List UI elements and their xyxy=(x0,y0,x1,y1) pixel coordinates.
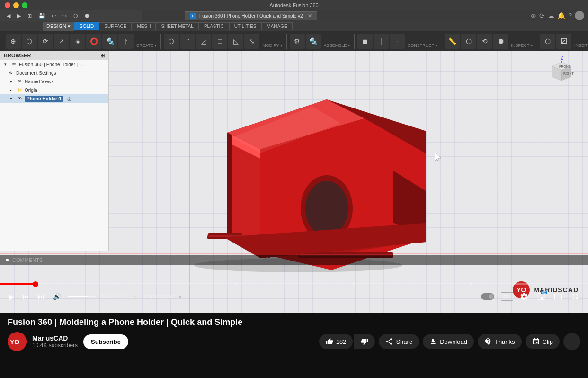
document-tab[interactable]: F Fusion 360 | Phone Holder | Quick and … xyxy=(185,11,317,20)
menu-item-extra1[interactable]: ⬡ xyxy=(71,12,81,20)
share-button[interactable]: Share xyxy=(379,334,419,349)
tool-create-more[interactable]: ↑ xyxy=(118,34,134,49)
browser-icon-settings: ⚙ xyxy=(8,70,14,76)
tool-draft[interactable]: ◺ xyxy=(228,34,243,49)
fullscreen-button[interactable] xyxy=(569,290,581,303)
browser-icon-eye[interactable]: 👁 xyxy=(10,61,17,68)
tool-hole[interactable]: ⭕ xyxy=(86,34,101,49)
autoplay-toggle[interactable] xyxy=(479,291,496,302)
tab-utilities[interactable]: UTILITIES xyxy=(229,22,262,30)
theater-button[interactable] xyxy=(552,290,564,303)
menu-item-undo[interactable]: ↩ xyxy=(49,12,59,20)
tool-joint[interactable]: ⚙ xyxy=(290,34,305,49)
tab-manage[interactable]: MANAGE xyxy=(261,22,292,30)
toolbar-icon-help[interactable]: ? xyxy=(568,12,572,19)
tool-extrude[interactable]: ⬡ xyxy=(22,34,37,49)
browser-item-origin-label: Origin xyxy=(25,88,37,93)
tool-new-component[interactable]: ⊕ xyxy=(6,34,21,49)
chapter-arrow: ▸ xyxy=(179,293,182,300)
tool-inspect-more[interactable]: ⬡ xyxy=(461,34,476,49)
tool-insert-decal[interactable]: 🖼 xyxy=(556,34,571,49)
browser-icon-views-eye[interactable]: 👁 xyxy=(16,78,23,85)
volume-slider[interactable] xyxy=(68,296,96,297)
full-toolbar: DESIGN ▾ SOLID SURFACE MESH SHEET METAL … xyxy=(0,21,588,51)
tab-mesh[interactable]: MESH xyxy=(132,22,156,30)
browser-icon-ph-toggle[interactable]: ▾ xyxy=(8,95,14,102)
user-avatar[interactable] xyxy=(575,11,584,20)
tool-press-pull[interactable]: ⬡ xyxy=(164,34,179,49)
tab-solid[interactable]: SOLID xyxy=(74,22,99,30)
browser-collapse[interactable]: ⊞ xyxy=(100,53,105,59)
menu-item-save[interactable]: 💾 xyxy=(36,12,48,20)
menu-item-back[interactable]: ◀ xyxy=(4,12,13,20)
browser-icon-origin-toggle[interactable]: ▸ xyxy=(8,87,14,93)
play-button[interactable]: ▶ xyxy=(7,290,16,303)
channel-name[interactable]: MariusCAD xyxy=(32,334,78,342)
browser-icon-views-toggle[interactable]: ▸ xyxy=(8,78,14,85)
browser-item-views[interactable]: ▸ 👁 Named Views xyxy=(0,77,108,86)
tool-point[interactable]: · xyxy=(390,34,405,49)
like-button[interactable]: 182 xyxy=(319,334,353,349)
tool-curvature[interactable]: ⟲ xyxy=(477,34,492,49)
volume-button[interactable]: 🔊 xyxy=(51,291,63,302)
tool-measure[interactable]: 📏 xyxy=(445,34,460,49)
clip-button[interactable]: Clip xyxy=(526,334,560,349)
window-controls[interactable] xyxy=(5,2,27,8)
tool-scale[interactable]: ⤡ xyxy=(244,34,259,49)
browser-panel: BROWSER ⊞ ▾ 👁 Fusion 360 | Phone Holder … xyxy=(0,51,109,251)
toolbar-icon-add[interactable]: ⊕ xyxy=(531,12,536,19)
download-button[interactable]: Download xyxy=(423,334,474,349)
menu-item-redo[interactable]: ↪ xyxy=(60,12,70,20)
tab-sheet-metal[interactable]: SHEET METAL xyxy=(156,22,199,30)
menu-item-grid[interactable]: ⊞ xyxy=(25,12,35,20)
subscribe-button[interactable]: Subscribe xyxy=(83,334,128,349)
tool-shell[interactable]: □ xyxy=(212,34,227,49)
toolbar-icon-refresh[interactable]: ⟳ xyxy=(539,12,545,19)
tool-insert-mesh[interactable]: ⬡ xyxy=(540,34,555,49)
dislike-button[interactable] xyxy=(354,334,375,349)
tool-plane[interactable]: ◼ xyxy=(357,34,373,49)
close-button[interactable] xyxy=(5,2,10,8)
browser-icon-ph-eye[interactable]: 👁 xyxy=(16,95,23,102)
toolbar-icon-cloud[interactable]: ☁ xyxy=(548,12,554,19)
tool-revolve[interactable]: ⟳ xyxy=(38,34,53,49)
subtitles-button[interactable]: CC xyxy=(501,292,513,301)
more-button[interactable]: ⋯ xyxy=(563,333,580,350)
browser-item-origin[interactable]: ▸ 📁 Origin xyxy=(0,86,108,94)
tool-chamfer[interactable]: ◿ xyxy=(196,34,211,49)
tab-surface[interactable]: SURFACE xyxy=(99,22,132,30)
progress-bar[interactable] xyxy=(0,283,588,285)
doc-tab-icon: F xyxy=(190,13,196,19)
browser-item-settings[interactable]: ⚙ Document Settings xyxy=(0,69,108,77)
thanks-button[interactable]: Thanks xyxy=(478,334,522,349)
browser-item-root[interactable]: ▾ 👁 Fusion 360 | Phone Holder | Quick... xyxy=(0,60,108,69)
tab-plastic[interactable]: PLASTIC xyxy=(199,22,229,30)
browser-item-ph-visible[interactable]: ◎ xyxy=(67,96,71,101)
menu-item-extra2[interactable]: ⬢ xyxy=(82,12,92,20)
settings-button[interactable]: HD xyxy=(518,290,530,303)
channel-avatar[interactable]: YO xyxy=(8,332,27,351)
tool-thread[interactable]: 🔩 xyxy=(102,34,117,49)
video-controls: ▶ ⏮ ⏭ 🔊 0:30 / 8:31 • Introduction ▸ CC … xyxy=(0,287,588,306)
design-dropdown[interactable]: DESIGN ▾ xyxy=(43,22,74,31)
browser-item-settings-label: Document Settings xyxy=(16,71,56,76)
tool-assemble-more[interactable]: 🔩 xyxy=(306,34,321,49)
maximize-button[interactable] xyxy=(22,2,27,8)
tool-axis[interactable]: | xyxy=(374,34,389,49)
orientation-cube[interactable]: Z FRONT RIGHT xyxy=(543,56,580,94)
tool-section[interactable]: ⬢ xyxy=(493,34,508,49)
toolbar-tabs-row: DESIGN ▾ SOLID SURFACE MESH SHEET METAL … xyxy=(0,21,588,31)
tool-sweep[interactable]: ↗ xyxy=(54,34,69,49)
svg-text:RIGHT: RIGHT xyxy=(563,72,574,75)
tool-loft[interactable]: ◈ xyxy=(70,34,85,49)
doc-tab-close[interactable]: ✕ xyxy=(308,13,312,19)
tool-fillet[interactable]: ◜ xyxy=(180,34,195,49)
browser-item-phone-holder[interactable]: ▾ 👁 Phone Holder:1 ◎ xyxy=(0,94,108,103)
inspect-label: INSPECT ▾ xyxy=(509,43,535,48)
skip-prev-button[interactable]: ⏮ xyxy=(21,291,31,302)
video-area[interactable]: Z FRONT RIGHT YO MARIUSCAD xyxy=(0,0,588,313)
toolbar-icon-bell[interactable]: 🔔 xyxy=(557,12,565,19)
skip-next-button[interactable]: ⏭ xyxy=(36,291,46,302)
menu-item-forward[interactable]: ▶ xyxy=(14,12,24,20)
minimize-button[interactable] xyxy=(13,2,19,8)
